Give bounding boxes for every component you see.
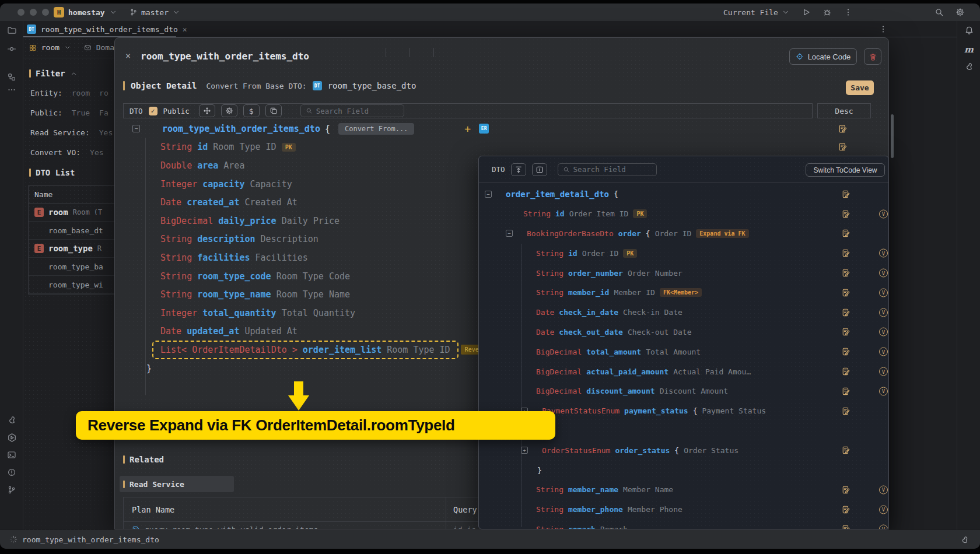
edit-desc-icon[interactable] <box>842 348 850 356</box>
dto-field-row[interactable]: Date check_out_date Check-out Date V <box>479 322 889 342</box>
validation-v-icon[interactable]: V <box>879 249 888 258</box>
validation-v-icon[interactable]: V <box>879 328 888 336</box>
locate-code-button[interactable]: Locate Code <box>789 48 857 65</box>
dto-field-row[interactable]: } <box>479 460 889 480</box>
copy-fields-button[interactable] <box>265 104 282 117</box>
validation-v-icon[interactable]: V <box>879 525 888 530</box>
edit-desc-icon[interactable] <box>842 229 850 238</box>
services-tool-icon[interactable] <box>7 433 17 443</box>
validation-v-icon[interactable]: V <box>879 387 888 395</box>
close-tab-icon[interactable]: × <box>183 25 187 34</box>
maven-tool-icon[interactable]: m <box>964 44 974 55</box>
money-type-button[interactable]: $ <box>243 104 260 117</box>
edit-desc-icon[interactable] <box>842 209 850 218</box>
project-tool-icon[interactable] <box>7 26 16 35</box>
info-button[interactable] <box>532 163 547 176</box>
validation-v-icon[interactable]: V <box>879 505 888 514</box>
more-actions-icon[interactable] <box>844 8 853 17</box>
move-field-button[interactable] <box>199 104 215 117</box>
more-tools-icon[interactable] <box>7 85 16 94</box>
validation-v-icon[interactable]: V <box>879 308 888 317</box>
project-widget[interactable]: H homestay <box>54 6 117 18</box>
plugin-duck-tool-icon[interactable] <box>964 62 974 72</box>
delete-dto-button[interactable] <box>864 48 881 65</box>
dto-list-row[interactable]: room_base_dt <box>29 222 114 240</box>
expand-all-button[interactable] <box>511 163 526 176</box>
dto-field-row[interactable]: String member_id Member ID FK<Member> V <box>479 283 889 303</box>
search-field-input[interactable]: Search Field <box>558 163 657 176</box>
dto-field-row[interactable]: String remark Remark V <box>479 520 889 530</box>
er-diagram-icon[interactable]: ER <box>479 124 489 134</box>
plugin-duck-icon[interactable] <box>960 535 970 545</box>
dto-field-row[interactable]: String member_phone Member Phone V <box>479 500 889 520</box>
edit-desc-icon[interactable] <box>838 142 848 152</box>
domain-tab[interactable]: Doma <box>96 43 114 52</box>
editor-tab[interactable]: DT room_type_with_order_items_dto × <box>23 21 193 37</box>
close-dialog-icon[interactable]: × <box>125 51 131 61</box>
dialog-scrollbar-thumb[interactable] <box>891 114 894 158</box>
edit-desc-icon[interactable] <box>842 308 850 317</box>
validation-v-icon[interactable]: V <box>879 209 888 218</box>
read-service-section-title[interactable]: Read Service <box>123 480 184 489</box>
edit-desc-icon[interactable] <box>842 190 850 198</box>
dto-field-row[interactable]: Date check_in_date Check-in Date V <box>479 303 889 322</box>
dto-field-row[interactable]: String id Order ID PK V <box>479 243 889 263</box>
run-configuration-select[interactable]: Current File <box>723 8 790 17</box>
dto-list-row[interactable]: E room_type R <box>29 240 114 258</box>
edit-desc-icon[interactable] <box>842 406 850 415</box>
collapse-icon[interactable]: − <box>485 191 492 198</box>
dto-list-row[interactable]: room_type_ba <box>29 258 114 276</box>
field-settings-button[interactable] <box>221 104 237 117</box>
search-everywhere-icon[interactable] <box>935 8 944 17</box>
filter-row[interactable]: Entity: roomro <box>30 83 114 103</box>
validation-v-icon[interactable]: V <box>879 348 888 356</box>
notifications-bell-icon[interactable] <box>964 26 974 36</box>
edit-desc-icon[interactable] <box>842 367 850 376</box>
edit-desc-icon[interactable] <box>842 505 850 514</box>
dto-field-row[interactable]: String order_number Order Number V <box>479 263 889 283</box>
problems-tool-icon[interactable] <box>7 468 16 477</box>
zoom-window-button[interactable] <box>42 9 49 16</box>
dto-field-row[interactable]: String member_name Member Name V <box>479 480 889 500</box>
entity-tab[interactable]: room <box>41 43 60 52</box>
dto-field-row[interactable]: String id Order Item ID PK V <box>479 204 889 224</box>
edit-desc-icon[interactable] <box>842 328 850 336</box>
settings-gear-icon[interactable] <box>956 8 965 17</box>
branch-widget[interactable]: master <box>130 6 180 18</box>
debug-icon[interactable] <box>822 8 832 17</box>
collapse-icon[interactable]: + <box>521 447 528 454</box>
dto-list-row[interactable]: room_type_wi <box>29 276 114 294</box>
dto-field-row[interactable]: BigDecimal total_amount Total Amount V <box>479 342 889 362</box>
add-field-icon[interactable]: + <box>464 122 471 135</box>
edit-desc-icon[interactable] <box>842 288 850 297</box>
dto-field-row[interactable]: − BookingOrderBaseDto order { Order ID E… <box>479 224 889 244</box>
terminal-tool-icon[interactable] <box>7 450 16 460</box>
filter-row[interactable]: Public: TrueFa <box>30 103 114 122</box>
collapse-icon[interactable]: − <box>132 125 140 132</box>
edit-desc-icon[interactable] <box>842 387 850 395</box>
filter-section-title[interactable]: Filter <box>29 69 78 78</box>
structure-tool-icon[interactable] <box>7 72 16 82</box>
dialog-tab[interactable] <box>410 48 433 57</box>
dialog-tab[interactable] <box>433 48 457 57</box>
validation-v-icon[interactable]: V <box>879 367 888 376</box>
dto-field-row[interactable]: BigDecimal discount_amount Discount Amou… <box>479 381 889 401</box>
validation-v-icon[interactable]: V <box>879 288 888 297</box>
dto-field-row[interactable]: String id Room Type ID PK <box>115 138 889 157</box>
edit-desc-icon[interactable] <box>842 525 850 530</box>
close-window-button[interactable] <box>18 9 24 16</box>
minimize-window-button[interactable] <box>30 9 37 16</box>
validation-v-icon[interactable]: V <box>879 269 888 278</box>
tab-options-kebab-icon[interactable] <box>878 24 888 34</box>
edit-desc-icon[interactable] <box>838 124 848 134</box>
edit-desc-icon[interactable] <box>842 485 850 494</box>
dto-field-row[interactable]: BigDecimal actual_paid_amount Actual Pai… <box>479 362 889 381</box>
filter-row[interactable]: Convert VO: Yes <box>30 142 114 162</box>
run-icon[interactable] <box>802 8 811 17</box>
save-button[interactable]: Save <box>846 80 874 95</box>
public-checkbox[interactable] <box>149 107 158 115</box>
edit-desc-icon[interactable] <box>842 446 850 455</box>
collapse-icon[interactable]: − <box>506 230 513 237</box>
edit-desc-icon[interactable] <box>842 249 850 258</box>
base-dto-link[interactable]: room_type_base_dto <box>328 81 416 90</box>
